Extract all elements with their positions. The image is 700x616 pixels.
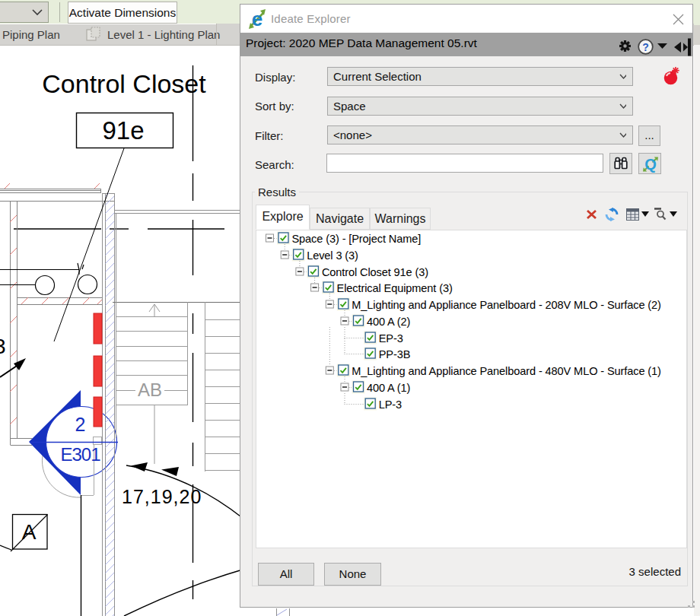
svg-text:A: A	[22, 520, 37, 544]
svg-text:e: e	[252, 9, 262, 29]
svg-text:Q: Q	[644, 156, 657, 173]
svg-text:PP-3B: PP-3B	[379, 348, 411, 360]
svg-text:EP-3: EP-3	[379, 332, 403, 345]
svg-text:Control Closet: Control Closet	[42, 69, 206, 98]
svg-text:M_Lighting and Appliance Panel: M_Lighting and Appliance Panelboard - 48…	[352, 365, 661, 377]
svg-text:Electrical Equipment (3): Electrical Equipment (3)	[337, 282, 453, 294]
svg-text:Space (3) - [Project Name]: Space (3) - [Project Name]	[292, 233, 422, 245]
svg-text:2: 2	[75, 414, 86, 435]
svg-text:Level 3 (3): Level 3 (3)	[307, 249, 358, 262]
svg-text:400 A (1): 400 A (1)	[367, 382, 410, 394]
svg-text:LP-3: LP-3	[379, 398, 402, 411]
svg-text:3: 3	[0, 335, 6, 358]
svg-text:E301: E301	[60, 444, 100, 465]
svg-text:Control Closet 91e (3): Control Closet 91e (3)	[322, 266, 428, 278]
svg-text:17,19,20: 17,19,20	[122, 486, 202, 507]
svg-text:AB: AB	[138, 379, 162, 400]
svg-text:91e: 91e	[102, 116, 144, 144]
svg-text:M_Lighting and Appliance Panel: M_Lighting and Appliance Panelboard - 20…	[352, 299, 661, 311]
svg-text:?: ?	[642, 41, 649, 53]
svg-text:400 A (2): 400 A (2)	[367, 316, 410, 328]
